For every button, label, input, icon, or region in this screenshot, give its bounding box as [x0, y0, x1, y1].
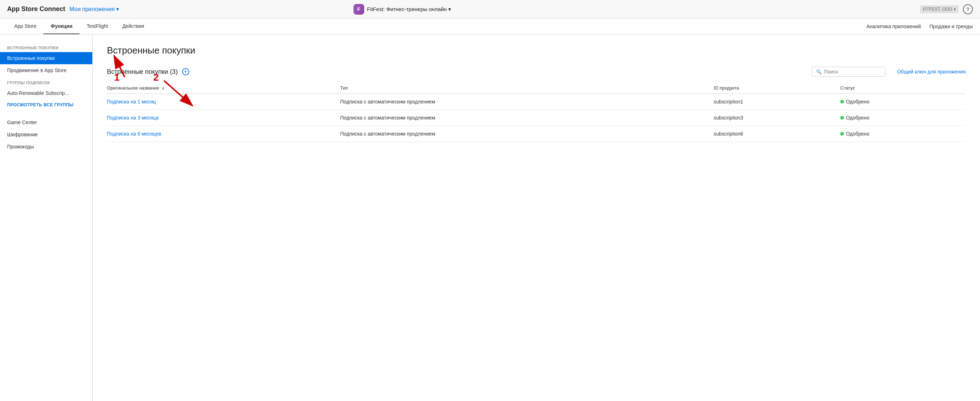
product-name-link[interactable]: Подписка на 1 месяц [107, 99, 156, 104]
top-header: App Store Connect Мои приложения ▾ F Fit… [0, 0, 980, 19]
cell-name[interactable]: Подписка на 3 месяца [107, 110, 340, 126]
status-dot [840, 132, 844, 136]
sales-trends-link[interactable]: Продажи и тренды [929, 24, 973, 29]
sidebar-item-game-center[interactable]: Game Center [0, 116, 92, 128]
page-title: Встроенные покупки [107, 45, 966, 56]
sidebar-item-view-all-groups[interactable]: ПРОСМОТРЕТЬ ВСЕ ГРУППЫ [0, 99, 92, 110]
search-box[interactable]: 🔍 [811, 67, 886, 77]
sidebar-item-promo-codes[interactable]: Промокоды [0, 141, 92, 153]
header-center: F FitFest: Фитнес-тренеры онлайн ▾ [353, 4, 451, 14]
nav-tab-left: App Store Функции TestFlight Действия [7, 19, 866, 34]
cell-status: Одобрено [840, 126, 966, 142]
app-icon: F [353, 4, 364, 14]
tab-app-store[interactable]: App Store [7, 19, 43, 34]
my-apps-chevron: ▾ [116, 6, 119, 13]
tab-testflight-label: TestFlight [87, 23, 108, 29]
my-apps-label: Мои приложения [70, 6, 115, 13]
col-name-label: Оригинальное название [107, 85, 159, 91]
app-name-label: FitFest: Фитнес-тренеры онлайн [367, 6, 447, 12]
cell-status: Одобрено [840, 110, 966, 126]
account-name: FITFEST, ООО [923, 7, 952, 12]
col-header-name: Оригинальное название ∧ [107, 82, 340, 94]
cell-product-id: subscription1 [714, 94, 840, 110]
table-row: Подписка на 3 месяцаПодписка с автоматич… [107, 110, 966, 126]
table-row: Подписка на 6 месяцевПодписка с автомати… [107, 126, 966, 142]
sort-icon: ∧ [162, 86, 165, 90]
content-area: Встроенные покупки Встроенные покупки (3… [93, 34, 980, 401]
tab-deystviya-label: Действия [122, 23, 144, 29]
status-dot [840, 100, 844, 104]
cell-name[interactable]: Подписка на 1 месяц [107, 94, 340, 110]
add-purchase-button[interactable]: + [182, 68, 189, 75]
sidebar-item-encryption[interactable]: Шифрование [0, 128, 92, 141]
sidebar-item-in-app-purchases[interactable]: Встроенные покупки [0, 52, 92, 64]
account-button[interactable]: FITFEST, ООО ▾ [920, 5, 959, 13]
cell-type: Подписка с автоматическим продлением [340, 110, 714, 126]
account-chevron: ▾ [954, 7, 956, 12]
search-input[interactable] [824, 69, 881, 75]
help-button[interactable]: ? [963, 4, 973, 14]
cell-name[interactable]: Подписка на 6 месяцев [107, 126, 340, 142]
col-header-type: Тип [340, 82, 714, 94]
table-row: Подписка на 1 месяцПодписка с автоматиче… [107, 94, 966, 110]
purchases-table: Оригинальное название ∧ Тип ID продукта … [107, 82, 966, 142]
table-section-title: Встроенные покупки (3) [107, 68, 178, 76]
cell-status: Одобрено [840, 94, 966, 110]
tab-testflight[interactable]: TestFlight [80, 19, 115, 34]
cell-type: Подписка с автоматическим продлением [340, 126, 714, 142]
tab-app-store-label: App Store [14, 23, 37, 29]
status-dot [840, 116, 844, 120]
tab-funktsii-label: Функции [51, 23, 72, 29]
col-header-product-id: ID продукта [714, 82, 840, 94]
cell-product-id: subscription6 [714, 126, 840, 142]
tab-funktsii[interactable]: Функции [43, 19, 80, 34]
main-layout: ВСТРОЕННЫЕ ПОКУПКИ Встроенные покупки Пр… [0, 34, 980, 401]
sidebar: ВСТРОЕННЫЕ ПОКУПКИ Встроенные покупки Пр… [0, 34, 93, 401]
product-name-link[interactable]: Подписка на 6 месяцев [107, 131, 161, 137]
app-store-connect-logo: App Store Connect [7, 5, 65, 13]
sidebar-section-subscription-groups: ГРУППЫ ПОДПИСОК [0, 76, 92, 87]
app-name[interactable]: FitFest: Фитнес-тренеры онлайн ▾ [367, 6, 451, 13]
my-apps-link[interactable]: Мои приложения ▾ [70, 6, 119, 13]
app-key-link[interactable]: Общий ключ для приложения [897, 69, 966, 75]
col-header-status: Статус [840, 82, 966, 94]
analytics-link[interactable]: Аналитика приложений [866, 24, 921, 29]
search-icon: 🔍 [816, 69, 822, 75]
nav-tabs: App Store Функции TestFlight Действия Ан… [0, 19, 980, 34]
sidebar-item-promotion[interactable]: Продвижение в App Store [0, 64, 92, 76]
logo-area: App Store Connect Мои приложения ▾ [7, 5, 119, 13]
table-header-row: Встроенные покупки (3) + 🔍 Общий ключ дл… [107, 67, 966, 77]
sidebar-item-auto-renewable[interactable]: Auto-Renewable Subscrip... [0, 87, 92, 99]
nav-tab-right: Аналитика приложений Продажи и тренды [866, 24, 973, 29]
cell-product-id: subscription3 [714, 110, 840, 126]
cell-type: Подписка с автоматическим продлением [340, 94, 714, 110]
sidebar-section-in-app-purchases: ВСТРОЕННЫЕ ПОКУПКИ [0, 42, 92, 52]
app-name-chevron: ▾ [448, 6, 451, 13]
tab-deystviya[interactable]: Действия [115, 19, 151, 34]
header-right: FITFEST, ООО ▾ ? [920, 4, 973, 14]
product-name-link[interactable]: Подписка на 3 месяца [107, 115, 159, 121]
